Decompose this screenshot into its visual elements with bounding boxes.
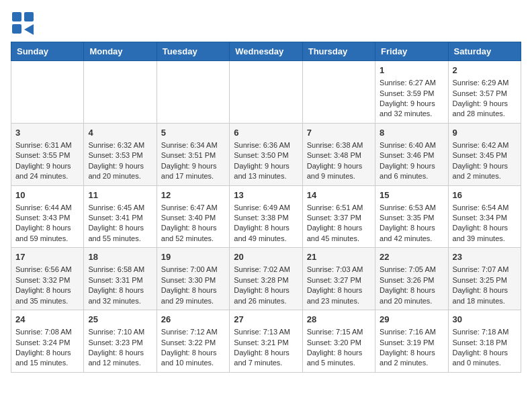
calendar-cell: 29Sunrise: 7:16 AM Sunset: 3:19 PM Dayli… (375, 310, 448, 373)
calendar-cell: 22Sunrise: 7:05 AM Sunset: 3:26 PM Dayli… (375, 248, 448, 310)
calendar-header-sunday: Sunday (11, 42, 84, 61)
calendar-cell: 13Sunrise: 6:49 AM Sunset: 3:38 PM Dayli… (230, 185, 302, 248)
svg-rect-2 (12, 24, 21, 34)
svg-marker-3 (24, 24, 34, 35)
day-number: 1 (380, 64, 443, 77)
day-info: Sunrise: 7:10 AM Sunset: 3:23 PM Dayligh… (88, 327, 152, 369)
day-number: 21 (307, 251, 371, 263)
day-info: Sunrise: 7:05 AM Sunset: 3:26 PM Dayligh… (380, 265, 443, 306)
calendar-cell: 4Sunrise: 6:32 AM Sunset: 3:53 PM Daylig… (84, 123, 157, 185)
calendar-cell: 7Sunrise: 6:38 AM Sunset: 3:48 PM Daylig… (302, 123, 375, 185)
day-info: Sunrise: 7:16 AM Sunset: 3:19 PM Dayligh… (380, 327, 443, 369)
day-info: Sunrise: 6:44 AM Sunset: 3:43 PM Dayligh… (15, 203, 79, 244)
day-info: Sunrise: 6:49 AM Sunset: 3:38 PM Dayligh… (234, 203, 298, 244)
day-number: 29 (380, 314, 443, 326)
day-number: 24 (15, 314, 79, 326)
day-info: Sunrise: 6:36 AM Sunset: 3:50 PM Dayligh… (234, 140, 298, 182)
day-number: 9 (453, 127, 517, 139)
day-info: Sunrise: 7:03 AM Sunset: 3:27 PM Dayligh… (307, 265, 371, 306)
day-number: 7 (307, 127, 371, 139)
calendar-cell: 18Sunrise: 6:58 AM Sunset: 3:31 PM Dayli… (84, 248, 157, 310)
day-number: 28 (307, 314, 371, 326)
calendar-cell: 6Sunrise: 6:36 AM Sunset: 3:50 PM Daylig… (230, 123, 302, 185)
page-header (11, 11, 521, 35)
day-info: Sunrise: 6:51 AM Sunset: 3:37 PM Dayligh… (307, 203, 371, 244)
calendar: SundayMondayTuesdayWednesdayThursdayFrid… (11, 42, 521, 373)
calendar-cell: 24Sunrise: 7:08 AM Sunset: 3:24 PM Dayli… (11, 310, 84, 373)
day-number: 6 (234, 127, 298, 139)
calendar-header-thursday: Thursday (302, 42, 375, 61)
day-info: Sunrise: 6:45 AM Sunset: 3:41 PM Dayligh… (88, 203, 152, 244)
calendar-cell: 19Sunrise: 7:00 AM Sunset: 3:30 PM Dayli… (157, 248, 229, 310)
calendar-cell: 20Sunrise: 7:02 AM Sunset: 3:28 PM Dayli… (230, 248, 302, 310)
day-number: 15 (380, 189, 443, 201)
day-number: 8 (380, 127, 443, 139)
day-info: Sunrise: 6:32 AM Sunset: 3:53 PM Dayligh… (88, 140, 152, 182)
calendar-header-monday: Monday (84, 42, 157, 61)
calendar-cell: 23Sunrise: 7:07 AM Sunset: 3:25 PM Dayli… (448, 248, 521, 310)
day-number: 16 (453, 189, 517, 201)
day-number: 22 (380, 251, 443, 263)
day-info: Sunrise: 7:07 AM Sunset: 3:25 PM Dayligh… (453, 265, 517, 306)
day-info: Sunrise: 7:13 AM Sunset: 3:21 PM Dayligh… (234, 327, 298, 369)
day-info: Sunrise: 7:00 AM Sunset: 3:30 PM Dayligh… (161, 265, 225, 306)
calendar-header-row: SundayMondayTuesdayWednesdayThursdayFrid… (11, 42, 521, 61)
day-number: 2 (453, 64, 517, 77)
calendar-cell: 8Sunrise: 6:40 AM Sunset: 3:46 PM Daylig… (375, 123, 448, 185)
calendar-header-wednesday: Wednesday (230, 42, 302, 61)
calendar-cell (157, 61, 229, 124)
calendar-week-5: 24Sunrise: 7:08 AM Sunset: 3:24 PM Dayli… (11, 310, 521, 373)
calendar-cell: 10Sunrise: 6:44 AM Sunset: 3:43 PM Dayli… (11, 185, 84, 248)
calendar-cell (302, 61, 375, 124)
day-info: Sunrise: 6:29 AM Sunset: 3:57 PM Dayligh… (453, 78, 517, 120)
day-info: Sunrise: 7:15 AM Sunset: 3:20 PM Dayligh… (307, 327, 371, 369)
day-number: 19 (161, 251, 225, 263)
calendar-cell (11, 61, 84, 124)
svg-rect-1 (24, 12, 34, 21)
day-info: Sunrise: 6:27 AM Sunset: 3:59 PM Dayligh… (380, 78, 443, 120)
day-number: 27 (234, 314, 298, 326)
day-info: Sunrise: 6:38 AM Sunset: 3:48 PM Dayligh… (307, 140, 371, 182)
day-number: 5 (161, 127, 225, 139)
calendar-week-1: 1Sunrise: 6:27 AM Sunset: 3:59 PM Daylig… (11, 61, 521, 124)
day-info: Sunrise: 7:08 AM Sunset: 3:24 PM Dayligh… (15, 327, 79, 369)
day-info: Sunrise: 6:58 AM Sunset: 3:31 PM Dayligh… (88, 265, 152, 306)
calendar-cell: 25Sunrise: 7:10 AM Sunset: 3:23 PM Dayli… (84, 310, 157, 373)
calendar-week-4: 17Sunrise: 6:56 AM Sunset: 3:32 PM Dayli… (11, 248, 521, 310)
day-number: 4 (88, 127, 152, 139)
day-number: 13 (234, 189, 298, 201)
day-info: Sunrise: 6:53 AM Sunset: 3:35 PM Dayligh… (380, 203, 443, 244)
day-number: 20 (234, 251, 298, 263)
calendar-cell: 27Sunrise: 7:13 AM Sunset: 3:21 PM Dayli… (230, 310, 302, 373)
day-number: 18 (88, 251, 152, 263)
day-number: 26 (161, 314, 225, 326)
calendar-cell: 28Sunrise: 7:15 AM Sunset: 3:20 PM Dayli… (302, 310, 375, 373)
day-info: Sunrise: 7:18 AM Sunset: 3:18 PM Dayligh… (453, 327, 517, 369)
calendar-header-saturday: Saturday (448, 42, 521, 61)
calendar-cell: 11Sunrise: 6:45 AM Sunset: 3:41 PM Dayli… (84, 185, 157, 248)
day-number: 23 (453, 251, 517, 263)
day-info: Sunrise: 6:54 AM Sunset: 3:34 PM Dayligh… (453, 203, 517, 244)
calendar-cell: 26Sunrise: 7:12 AM Sunset: 3:22 PM Dayli… (157, 310, 229, 373)
calendar-header-tuesday: Tuesday (157, 42, 229, 61)
calendar-cell (84, 61, 157, 124)
day-info: Sunrise: 6:42 AM Sunset: 3:45 PM Dayligh… (453, 140, 517, 182)
calendar-week-3: 10Sunrise: 6:44 AM Sunset: 3:43 PM Dayli… (11, 185, 521, 248)
day-info: Sunrise: 6:40 AM Sunset: 3:46 PM Dayligh… (380, 140, 443, 182)
calendar-cell (230, 61, 302, 124)
calendar-cell: 1Sunrise: 6:27 AM Sunset: 3:59 PM Daylig… (375, 61, 448, 124)
svg-rect-0 (12, 12, 21, 21)
day-number: 11 (88, 189, 152, 201)
day-number: 30 (453, 314, 517, 326)
calendar-cell: 3Sunrise: 6:31 AM Sunset: 3:55 PM Daylig… (11, 123, 84, 185)
day-number: 25 (88, 314, 152, 326)
day-number: 10 (15, 189, 79, 201)
calendar-cell: 17Sunrise: 6:56 AM Sunset: 3:32 PM Dayli… (11, 248, 84, 310)
day-info: Sunrise: 7:12 AM Sunset: 3:22 PM Dayligh… (161, 327, 225, 369)
day-info: Sunrise: 7:02 AM Sunset: 3:28 PM Dayligh… (234, 265, 298, 306)
logo-icon (11, 11, 35, 35)
calendar-cell: 14Sunrise: 6:51 AM Sunset: 3:37 PM Dayli… (302, 185, 375, 248)
calendar-cell: 5Sunrise: 6:34 AM Sunset: 3:51 PM Daylig… (157, 123, 229, 185)
day-info: Sunrise: 6:34 AM Sunset: 3:51 PM Dayligh… (161, 140, 225, 182)
calendar-body: 1Sunrise: 6:27 AM Sunset: 3:59 PM Daylig… (11, 61, 521, 373)
